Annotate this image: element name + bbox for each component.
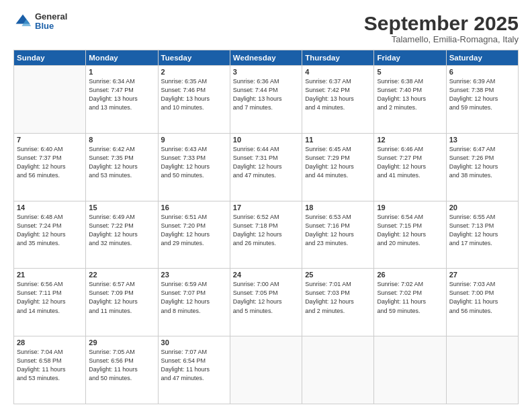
calendar-cell: 5Sunrise: 6:38 AM Sunset: 7:40 PM Daylig… (374, 66, 446, 134)
header-wednesday: Wednesday (230, 50, 302, 66)
day-number: 25 (305, 271, 371, 279)
day-info: Sunrise: 6:38 AM Sunset: 7:40 PM Dayligh… (377, 77, 443, 112)
day-info: Sunrise: 6:34 AM Sunset: 7:47 PM Dayligh… (89, 77, 154, 112)
calendar-cell: 1Sunrise: 6:34 AM Sunset: 7:47 PM Daylig… (86, 66, 158, 134)
calendar-cell: 17Sunrise: 6:52 AM Sunset: 7:18 PM Dayli… (230, 201, 302, 269)
day-number: 4 (305, 68, 371, 76)
calendar-cell: 7Sunrise: 6:40 AM Sunset: 7:37 PM Daylig… (14, 133, 86, 201)
day-number: 29 (89, 338, 154, 347)
day-info: Sunrise: 6:42 AM Sunset: 7:35 PM Dayligh… (89, 145, 154, 180)
day-info: Sunrise: 7:04 AM Sunset: 6:58 PM Dayligh… (17, 348, 83, 383)
day-info: Sunrise: 6:44 AM Sunset: 7:31 PM Dayligh… (233, 145, 299, 180)
location: Talamello, Emilia-Romagna, Italy (364, 34, 519, 44)
day-info: Sunrise: 7:02 AM Sunset: 7:02 PM Dayligh… (377, 280, 443, 315)
logo-general-label: General (35, 12, 67, 21)
day-info: Sunrise: 6:59 AM Sunset: 7:07 PM Dayligh… (161, 280, 227, 315)
day-number: 9 (161, 136, 227, 144)
day-number: 3 (233, 68, 299, 76)
title-block: September 2025 Talamello, Emilia-Romagna… (364, 12, 519, 44)
calendar-cell: 12Sunrise: 6:46 AM Sunset: 7:27 PM Dayli… (374, 133, 446, 201)
day-info: Sunrise: 6:51 AM Sunset: 7:20 PM Dayligh… (161, 213, 227, 248)
header: General Blue September 2025 Talamello, E… (13, 12, 519, 44)
day-number: 13 (449, 136, 515, 144)
day-info: Sunrise: 6:36 AM Sunset: 7:44 PM Dayligh… (233, 77, 299, 112)
day-info: Sunrise: 6:55 AM Sunset: 7:13 PM Dayligh… (449, 213, 515, 248)
header-thursday: Thursday (302, 50, 374, 66)
calendar-cell: 6Sunrise: 6:39 AM Sunset: 7:38 PM Daylig… (446, 66, 518, 134)
calendar-cell: 19Sunrise: 6:54 AM Sunset: 7:15 PM Dayli… (374, 201, 446, 269)
day-number: 24 (233, 271, 299, 279)
calendar-cell: 15Sunrise: 6:49 AM Sunset: 7:22 PM Dayli… (86, 201, 158, 269)
day-info: Sunrise: 6:39 AM Sunset: 7:38 PM Dayligh… (449, 77, 515, 112)
header-friday: Friday (374, 50, 446, 66)
calendar-cell: 29Sunrise: 7:05 AM Sunset: 6:56 PM Dayli… (86, 336, 158, 404)
logo-blue-label: Blue (35, 21, 67, 31)
day-info: Sunrise: 7:07 AM Sunset: 6:54 PM Dayligh… (161, 348, 227, 383)
calendar-cell: 18Sunrise: 6:53 AM Sunset: 7:16 PM Dayli… (302, 201, 374, 269)
calendar-cell: 30Sunrise: 7:07 AM Sunset: 6:54 PM Dayli… (158, 336, 230, 404)
calendar-cell (230, 336, 302, 404)
month-title: September 2025 (364, 12, 519, 34)
header-monday: Monday (86, 50, 158, 66)
day-number: 1 (89, 68, 154, 76)
day-info: Sunrise: 6:43 AM Sunset: 7:33 PM Dayligh… (161, 145, 227, 180)
calendar-cell: 23Sunrise: 6:59 AM Sunset: 7:07 PM Dayli… (158, 269, 230, 336)
day-info: Sunrise: 6:40 AM Sunset: 7:37 PM Dayligh… (17, 145, 83, 180)
day-info: Sunrise: 6:52 AM Sunset: 7:18 PM Dayligh… (233, 213, 299, 248)
calendar-cell: 9Sunrise: 6:43 AM Sunset: 7:33 PM Daylig… (158, 133, 230, 201)
day-info: Sunrise: 6:54 AM Sunset: 7:15 PM Dayligh… (377, 213, 443, 248)
day-info: Sunrise: 6:47 AM Sunset: 7:26 PM Dayligh… (449, 145, 515, 180)
day-number: 15 (89, 203, 154, 212)
day-info: Sunrise: 6:56 AM Sunset: 7:11 PM Dayligh… (17, 280, 83, 315)
day-number: 17 (233, 203, 299, 212)
day-info: Sunrise: 7:00 AM Sunset: 7:05 PM Dayligh… (233, 280, 299, 315)
calendar-cell: 11Sunrise: 6:45 AM Sunset: 7:29 PM Dayli… (302, 133, 374, 201)
day-number: 7 (17, 136, 83, 144)
calendar-cell: 25Sunrise: 7:01 AM Sunset: 7:03 PM Dayli… (302, 269, 374, 336)
calendar-cell: 22Sunrise: 6:57 AM Sunset: 7:09 PM Dayli… (86, 269, 158, 336)
day-number: 27 (449, 271, 515, 279)
calendar-cell: 27Sunrise: 7:03 AM Sunset: 7:00 PM Dayli… (446, 269, 518, 336)
calendar-cell: 21Sunrise: 6:56 AM Sunset: 7:11 PM Dayli… (14, 269, 86, 336)
day-number: 2 (161, 68, 227, 76)
day-number: 10 (233, 136, 299, 144)
day-number: 23 (161, 271, 227, 279)
calendar-cell: 13Sunrise: 6:47 AM Sunset: 7:26 PM Dayli… (446, 133, 518, 201)
day-info: Sunrise: 6:57 AM Sunset: 7:09 PM Dayligh… (89, 280, 154, 315)
calendar-cell: 24Sunrise: 7:00 AM Sunset: 7:05 PM Dayli… (230, 269, 302, 336)
header-sunday: Sunday (14, 50, 86, 66)
day-info: Sunrise: 6:53 AM Sunset: 7:16 PM Dayligh… (305, 213, 371, 248)
header-saturday: Saturday (446, 50, 518, 66)
day-info: Sunrise: 7:01 AM Sunset: 7:03 PM Dayligh… (305, 280, 371, 315)
calendar-cell: 3Sunrise: 6:36 AM Sunset: 7:44 PM Daylig… (230, 66, 302, 134)
day-number: 26 (377, 271, 443, 279)
day-number: 11 (305, 136, 371, 144)
calendar-week-2: 7Sunrise: 6:40 AM Sunset: 7:37 PM Daylig… (14, 133, 519, 201)
calendar-cell: 10Sunrise: 6:44 AM Sunset: 7:31 PM Dayli… (230, 133, 302, 201)
calendar-cell: 14Sunrise: 6:48 AM Sunset: 7:24 PM Dayli… (14, 201, 86, 269)
calendar-cell: 16Sunrise: 6:51 AM Sunset: 7:20 PM Dayli… (158, 201, 230, 269)
day-number: 5 (377, 68, 443, 76)
calendar-cell: 28Sunrise: 7:04 AM Sunset: 6:58 PM Dayli… (14, 336, 86, 404)
day-info: Sunrise: 7:03 AM Sunset: 7:00 PM Dayligh… (449, 280, 515, 315)
logo-icon (13, 12, 32, 31)
page: General Blue September 2025 Talamello, E… (0, 0, 532, 411)
day-number: 22 (89, 271, 154, 279)
day-info: Sunrise: 6:35 AM Sunset: 7:46 PM Dayligh… (161, 77, 227, 112)
day-number: 14 (17, 203, 83, 212)
day-number: 21 (17, 271, 83, 279)
day-number: 30 (161, 338, 227, 347)
calendar-cell: 2Sunrise: 6:35 AM Sunset: 7:46 PM Daylig… (158, 66, 230, 134)
day-number: 12 (377, 136, 443, 144)
day-info: Sunrise: 7:05 AM Sunset: 6:56 PM Dayligh… (89, 348, 154, 383)
day-number: 8 (89, 136, 154, 144)
calendar-week-4: 21Sunrise: 6:56 AM Sunset: 7:11 PM Dayli… (14, 269, 519, 336)
calendar-cell (302, 336, 374, 404)
day-info: Sunrise: 6:45 AM Sunset: 7:29 PM Dayligh… (305, 145, 371, 180)
calendar-cell: 20Sunrise: 6:55 AM Sunset: 7:13 PM Dayli… (446, 201, 518, 269)
day-number: 20 (449, 203, 515, 212)
weekday-header-row: Sunday Monday Tuesday Wednesday Thursday… (14, 50, 519, 66)
day-number: 28 (17, 338, 83, 347)
calendar-table: Sunday Monday Tuesday Wednesday Thursday… (13, 50, 519, 404)
calendar-cell: 26Sunrise: 7:02 AM Sunset: 7:02 PM Dayli… (374, 269, 446, 336)
